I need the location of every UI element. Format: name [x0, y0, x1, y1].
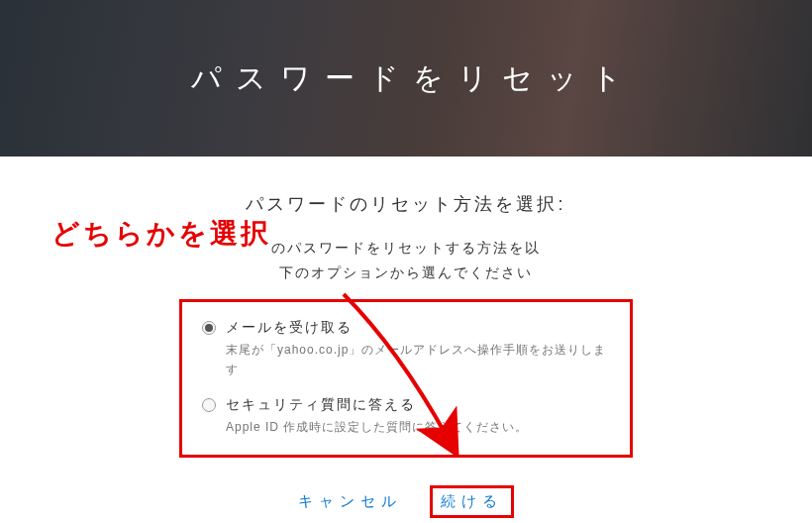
subtitle: パスワードのリセット方法を選択: — [246, 192, 565, 216]
hero-banner: パスワードをリセット — [0, 0, 812, 157]
page-title: パスワードをリセット — [177, 58, 636, 99]
lead-line1: のパスワードをリセットする方法を以 — [271, 240, 541, 256]
main-content: パスワードのリセット方法を選択: のパスワードをリセットする方法を以 下のオプシ… — [0, 157, 812, 518]
continue-button[interactable]: 続ける — [441, 492, 503, 511]
button-row: キャンセル 続ける — [298, 485, 514, 518]
option-email-desc: 末尾が「yahoo.co.jp」のメールアドレスへ操作手順をお送りします — [226, 341, 610, 378]
lead-line2: 下のオプションから選んでください — [279, 264, 533, 280]
radio-email[interactable] — [202, 321, 216, 335]
cancel-button[interactable]: キャンセル — [298, 492, 402, 511]
option-security-questions[interactable]: セキュリティ質問に答える Apple ID 作成時に設定した質問に答えてください… — [202, 395, 610, 437]
continue-highlight: 続ける — [430, 485, 514, 518]
option-email-label: メールを受け取る — [226, 319, 353, 335]
option-email[interactable]: メールを受け取る 末尾が「yahoo.co.jp」のメールアドレスへ操作手順をお… — [202, 318, 610, 378]
option-security-label: セキュリティ質問に答える — [226, 396, 416, 412]
radio-security-questions[interactable] — [202, 398, 216, 412]
lead-text: のパスワードをリセットする方法を以 下のオプションから選んでください — [271, 236, 541, 285]
reset-options: メールを受け取る 末尾が「yahoo.co.jp」のメールアドレスへ操作手順をお… — [179, 299, 633, 458]
option-security-desc: Apple ID 作成時に設定した質問に答えてください。 — [226, 418, 610, 437]
